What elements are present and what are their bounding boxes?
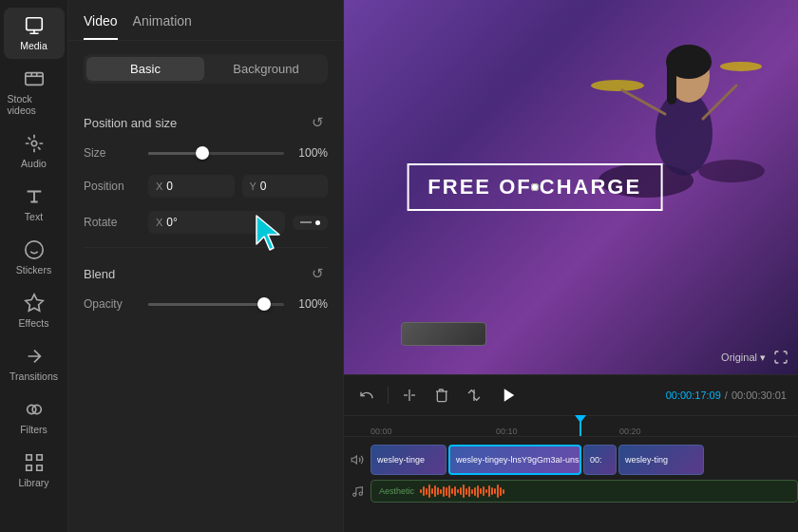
wave-bar (483, 486, 484, 496)
svg-point-9 (591, 80, 644, 91)
audio-track-content: Aesthetic (370, 480, 798, 503)
wave-bar (428, 484, 430, 498)
flip-icon (466, 388, 482, 403)
clip-4[interactable]: wesley-ting (618, 445, 704, 475)
wave-bar (463, 484, 465, 498)
tab-animation[interactable]: Animation (133, 13, 192, 40)
sidebar-item-effects[interactable]: Effects (4, 285, 65, 336)
wave-bar (474, 487, 476, 496)
sidebar-item-text[interactable]: Text (4, 179, 65, 230)
time-total: 00:00:30:01 (732, 390, 787, 401)
position-y-input[interactable]: Y 0 (242, 175, 329, 198)
wave-bar (471, 489, 473, 494)
fullscreen-icon (773, 350, 788, 365)
original-badge[interactable]: Original ▾ (721, 352, 766, 364)
wave-bar (446, 487, 447, 496)
svg-marker-22 (352, 456, 356, 464)
fullscreen-button[interactable] (771, 348, 790, 367)
svg-point-24 (359, 492, 362, 495)
sidebar-item-library[interactable]: Library (4, 445, 65, 496)
wave-bar (440, 489, 442, 494)
timeline-ruler: 00:00 00:10 00:20 (344, 416, 798, 437)
sidebar-item-stickers[interactable]: Stickers (4, 232, 65, 283)
volume-icon (351, 453, 364, 466)
panel-tabs: Video Animation (68, 0, 343, 41)
audio-icon-small (352, 485, 364, 498)
opacity-slider[interactable] (148, 295, 284, 313)
audio-icon (24, 133, 45, 154)
split-button[interactable] (398, 384, 421, 407)
position-row: Position X 0 Y 0 (84, 175, 328, 198)
tab-video[interactable]: Video (84, 13, 118, 40)
sidebar-item-stock-videos[interactable]: Stock videos (4, 61, 65, 124)
flip-button[interactable] (463, 384, 485, 407)
wave-bar (431, 488, 433, 494)
transitions-icon (24, 346, 45, 367)
svg-point-23 (352, 493, 355, 496)
wave-bar (468, 486, 470, 497)
effects-icon (24, 293, 45, 314)
playhead-line (580, 416, 581, 436)
clip-2[interactable]: wesley-tingey-lnsY9gGm3aI-unsplash.jpg (448, 445, 581, 475)
library-icon (24, 452, 45, 473)
delete-icon (434, 388, 449, 403)
position-x-value: 0 (166, 180, 173, 193)
media-icon (24, 15, 45, 36)
subtab-background[interactable]: Background (207, 57, 325, 81)
rotate-x-axis: X (156, 217, 162, 228)
rotate-x-input[interactable]: X 0° (148, 211, 285, 234)
wave-bar (423, 486, 425, 496)
position-size-reset[interactable]: ↺ (307, 112, 328, 133)
size-row: Size 100% (84, 144, 328, 162)
wave-bar (500, 487, 502, 496)
position-size-header: Position and size ↺ (84, 112, 328, 133)
wave-bar (420, 489, 422, 493)
position-size-title: Position and size (84, 116, 177, 130)
position-x-input[interactable]: X 0 (148, 175, 235, 198)
svg-line-15 (622, 90, 665, 114)
svg-point-2 (31, 141, 37, 146)
wave-bar (503, 489, 504, 494)
sidebar-item-audio[interactable]: Audio (4, 125, 65, 177)
video-track-row: wesley-tinge wesley-tingey-lnsY9gGm3aI-u… (344, 441, 798, 479)
clip-1[interactable]: wesley-tinge (370, 445, 446, 475)
clip-3[interactable]: 00: (583, 445, 617, 475)
blend-reset[interactable]: ↺ (307, 263, 328, 284)
play-button[interactable] (495, 381, 523, 409)
rotate-toggle[interactable] (293, 216, 328, 230)
text-overlay[interactable]: FREE OF CHARGE (407, 163, 662, 211)
wave-bar (448, 485, 450, 498)
snare-drum (401, 322, 486, 346)
wave-bar (434, 485, 436, 497)
size-label: Size (84, 146, 141, 160)
opacity-label: Opacity (84, 297, 141, 311)
original-label: Original (721, 352, 757, 363)
position-x-axis: X (156, 180, 162, 192)
delete-button[interactable] (430, 384, 453, 407)
sidebar-item-filters[interactable]: Filters (4, 391, 65, 443)
position-y-axis: Y (250, 180, 256, 192)
clip-1-label: wesley-tinge (377, 455, 425, 465)
toolbar-separator-1 (388, 387, 389, 404)
video-track-clips: wesley-tinge wesley-tingey-lnsY9gGm3aI-u… (370, 445, 798, 475)
play-icon (501, 387, 518, 404)
rotate-label: Rotate (84, 216, 141, 229)
sidebar-item-transitions[interactable]: Transitions (4, 338, 65, 390)
video-track-icon (344, 453, 370, 466)
subtab-basic[interactable]: Basic (86, 57, 204, 81)
svg-point-10 (720, 62, 762, 71)
svg-rect-0 (26, 18, 42, 30)
clip-3-label: 00: (590, 455, 602, 465)
wave-bar (460, 487, 462, 495)
audio-clip[interactable]: Aesthetic (370, 480, 798, 503)
stickers-icon (24, 239, 45, 260)
size-slider[interactable] (148, 144, 284, 162)
playhead-triangle (575, 415, 586, 423)
svg-rect-14 (667, 57, 676, 104)
svg-line-16 (703, 86, 736, 119)
position-label: Position (84, 180, 141, 193)
undo-button[interactable] (355, 384, 378, 407)
svg-marker-4 (25, 294, 42, 311)
sidebar-item-media[interactable]: Media (4, 8, 65, 59)
waveform (420, 484, 789, 499)
